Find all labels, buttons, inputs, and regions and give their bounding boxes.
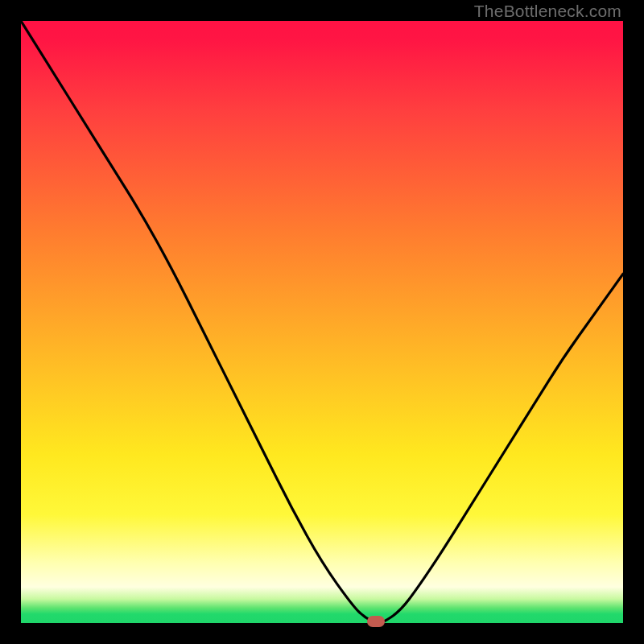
- plot-area: [21, 21, 623, 623]
- chart-frame: TheBottleneck.com: [0, 0, 644, 644]
- attribution-text: TheBottleneck.com: [474, 2, 621, 21]
- bottleneck-curve: [21, 21, 623, 623]
- optimum-marker: [367, 616, 385, 627]
